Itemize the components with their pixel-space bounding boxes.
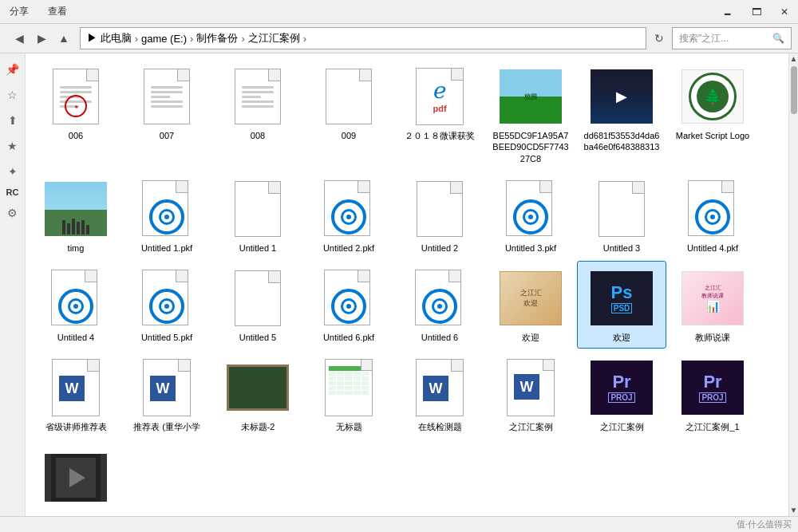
- file-label: 推荐表 (重华小学: [133, 421, 200, 432]
- maximize-button[interactable]: 🗖: [749, 5, 764, 19]
- file-item[interactable]: Pr PROJ 之江汇案例: [578, 351, 666, 437]
- scroll-thumb[interactable]: [791, 66, 797, 114]
- file-item[interactable]: Untitled 6.pkf: [305, 262, 393, 348]
- file-item[interactable]: 之江汇欢迎 欢迎: [487, 262, 575, 348]
- img-dark: ▶: [591, 69, 653, 124]
- file-item[interactable]: 无标题: [305, 351, 393, 437]
- refresh-button[interactable]: ↻: [650, 29, 669, 48]
- file-icon: W: [499, 356, 563, 420]
- file-item[interactable]: W 之江汇案例: [487, 351, 575, 437]
- file-item[interactable]: Untitled 5.pkf: [123, 262, 211, 348]
- pr-icon: Pr PROJ: [591, 361, 653, 415]
- forward-button[interactable]: ▶: [32, 29, 51, 48]
- collapse-button[interactable]: 🗕: [720, 5, 736, 19]
- file-item[interactable]: 🌲 Market Script Logo: [669, 60, 757, 169]
- back-button[interactable]: ◀: [10, 29, 29, 48]
- sidebar-icon-4[interactable]: ✦: [3, 162, 22, 181]
- file-item[interactable]: Pr PROJ 之江汇案例_1: [669, 351, 757, 437]
- file-icon: [44, 266, 108, 330]
- file-item[interactable]: Untitled 3.pkf: [487, 172, 575, 258]
- scrollbar[interactable]: ▲ ▼: [788, 53, 798, 516]
- file-item[interactable]: [32, 441, 120, 516]
- up-button[interactable]: ▲: [54, 29, 73, 48]
- nav-row: ◀ ▶ ▲: [6, 29, 77, 48]
- file-label: dd681f53553d4da6ba46e0f648388313: [582, 130, 662, 153]
- blackboard-icon: [227, 365, 289, 411]
- breadcrumb-item[interactable]: ▶ 此电脑: [87, 31, 132, 45]
- file-icon: ℯ pdf: [408, 65, 472, 128]
- file-label: 未标题-2: [241, 421, 275, 432]
- file-item[interactable]: Untitled 2.pkf: [305, 172, 393, 258]
- file-item[interactable]: Untitled 4.pkf: [669, 172, 757, 258]
- file-item[interactable]: Untitled 5: [214, 262, 302, 348]
- content-area[interactable]: ★ 006 007: [26, 53, 788, 516]
- breadcrumb-item[interactable]: 之江汇案例: [248, 31, 300, 45]
- file-label: 在线检测题: [418, 421, 462, 432]
- psd-icon: Ps PSD: [591, 271, 653, 325]
- file-item-selected[interactable]: Ps PSD 欢迎: [578, 262, 666, 348]
- file-label: 之江汇案例: [509, 421, 553, 432]
- file-item[interactable]: W 省级讲师推荐表: [32, 351, 120, 437]
- file-item[interactable]: W 在线检测题: [396, 351, 484, 437]
- scroll-down-button[interactable]: ▼: [790, 505, 798, 516]
- sidebar-icon-3[interactable]: ★: [3, 136, 22, 156]
- share-button[interactable]: 分享: [6, 3, 32, 20]
- pr-icon-2: Pr PROJ: [681, 361, 744, 415]
- search-box[interactable]: 搜索"之江... 🔍: [672, 27, 792, 49]
- file-label: 008: [251, 130, 265, 141]
- file-label: Untitled 3.pkf: [505, 242, 556, 254]
- file-item[interactable]: 之江汇教师说课📊 教师说课: [669, 262, 757, 348]
- file-item[interactable]: Untitled 2: [396, 172, 484, 258]
- file-item[interactable]: 008: [214, 60, 302, 169]
- file-icon: Ps PSD: [590, 266, 654, 330]
- pr-text-2: Pr: [703, 373, 721, 391]
- file-item[interactable]: 007: [123, 60, 211, 169]
- scroll-up-button[interactable]: ▲: [790, 53, 798, 65]
- file-item[interactable]: 未标题-2: [214, 351, 302, 437]
- file-item[interactable]: Untitled 3: [578, 172, 666, 258]
- file-icon: ▶: [590, 65, 654, 128]
- view-button[interactable]: 查看: [45, 3, 70, 20]
- file-item[interactable]: Untitled 1.pkf: [123, 172, 211, 258]
- status-bar: 值·什么值得买: [0, 516, 798, 532]
- file-icon: 之江汇欢迎: [499, 266, 563, 330]
- file-icon: [226, 65, 290, 128]
- file-icon: [408, 177, 472, 241]
- file-icon: W: [135, 356, 199, 420]
- file-label: 009: [342, 130, 356, 141]
- file-item[interactable]: Untitled 4: [32, 262, 120, 348]
- file-item[interactable]: Untitled 6: [396, 262, 484, 348]
- close-button[interactable]: ✕: [777, 5, 792, 19]
- video-icon: [45, 454, 107, 502]
- file-label: 007: [160, 130, 174, 141]
- file-item[interactable]: ℯ pdf ２０１８微课获奖: [396, 60, 484, 169]
- file-item[interactable]: W 推荐表 (重华小学: [123, 351, 211, 437]
- file-item[interactable]: ★ 006: [32, 60, 120, 169]
- sidebar-settings-icon[interactable]: ⚙: [3, 203, 22, 223]
- breadcrumb[interactable]: ▶ 此电脑 › game (E:) › 制作备份 › 之江汇案例 ›: [80, 27, 646, 49]
- file-item[interactable]: timg: [32, 172, 120, 258]
- file-label: 之江汇案例_1: [685, 421, 739, 432]
- psd-text: Ps: [611, 284, 633, 301]
- psd-sub: PSD: [611, 303, 633, 313]
- file-label: 006: [69, 130, 83, 141]
- file-icon: [44, 177, 108, 241]
- file-item[interactable]: Untitled 1: [214, 172, 302, 258]
- breadcrumb-item[interactable]: game (E:): [141, 33, 187, 45]
- pr-sub: PROJ: [608, 392, 634, 403]
- file-icon: 校园: [499, 65, 563, 128]
- file-label: 教师说课: [695, 332, 730, 343]
- file-item[interactable]: 009: [305, 60, 393, 169]
- file-item[interactable]: 校园 BE55DC9F1A95A7BEED90CD5F774327C8: [487, 60, 575, 169]
- img-scenic: 校园: [500, 69, 562, 124]
- pr-text: Pr: [612, 373, 630, 391]
- sidebar-icon-1[interactable]: ☆: [3, 85, 22, 104]
- file-icon: [317, 65, 381, 128]
- breadcrumb-item[interactable]: 制作备份: [196, 31, 238, 45]
- sidebar-pin-icon[interactable]: 📌: [3, 60, 22, 79]
- sidebar-icon-2[interactable]: ⬆: [3, 111, 22, 130]
- file-icon: [226, 177, 290, 241]
- file-icon: W: [44, 356, 108, 420]
- file-item[interactable]: ▶ dd681f53553d4da6ba46e0f648388313: [578, 60, 666, 169]
- file-icon: [317, 356, 381, 420]
